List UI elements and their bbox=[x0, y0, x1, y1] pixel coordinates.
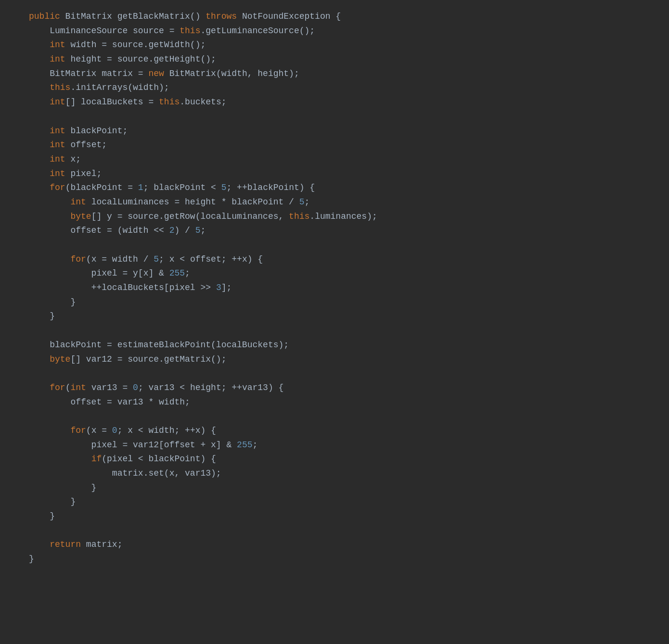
line-6: this.initArrays(width); bbox=[29, 81, 659, 95]
line-35: } bbox=[29, 495, 659, 509]
line-18: for(x = width / 5; x < offset; ++x) { bbox=[29, 253, 659, 267]
line-8 bbox=[29, 110, 659, 124]
line-25: byte[] var12 = source.getMatrix(); bbox=[29, 353, 659, 367]
line-20: ++localBuckets[pixel >> 3]; bbox=[29, 281, 659, 295]
line-1: public BitMatrix getBlackMatrix() throws… bbox=[29, 10, 659, 24]
line-23 bbox=[29, 324, 659, 338]
line-2: LuminanceSource source = this.getLuminan… bbox=[29, 24, 659, 38]
line-12: int pixel; bbox=[29, 167, 659, 181]
line-27: for(int var13 = 0; var13 < height; ++var… bbox=[29, 381, 659, 395]
line-39: } bbox=[29, 552, 659, 567]
line-36: } bbox=[29, 509, 659, 524]
code-container: public BitMatrix getBlackMatrix() throws… bbox=[0, 0, 669, 644]
line-26 bbox=[29, 366, 659, 381]
line-15: byte[] y = source.getRow(localLuminances… bbox=[29, 210, 659, 224]
line-14: int localLuminances = height * blackPoin… bbox=[29, 195, 659, 210]
line-9: int blackPoint; bbox=[29, 124, 659, 139]
line-31: pixel = var12[offset + x] & 255; bbox=[29, 438, 659, 453]
line-19: pixel = y[x] & 255; bbox=[29, 266, 659, 281]
line-17 bbox=[29, 238, 659, 253]
line-5: BitMatrix matrix = new BitMatrix(width, … bbox=[29, 67, 659, 81]
line-22: } bbox=[29, 309, 659, 324]
line-13: for(blackPoint = 1; blackPoint < 5; ++bl… bbox=[29, 181, 659, 195]
line-38: return matrix; bbox=[29, 538, 659, 552]
line-37 bbox=[29, 524, 659, 538]
line-10: int offset; bbox=[29, 138, 659, 152]
line-29 bbox=[29, 409, 659, 424]
line-24: blackPoint = estimateBlackPoint(localBuc… bbox=[29, 338, 659, 353]
line-34: } bbox=[29, 481, 659, 495]
line-3: int width = source.getWidth(); bbox=[29, 38, 659, 52]
line-32: if(pixel < blackPoint) { bbox=[29, 452, 659, 467]
line-16: offset = (width << 2) / 5; bbox=[29, 224, 659, 238]
line-11: int x; bbox=[29, 152, 659, 167]
line-33: matrix.set(x, var13); bbox=[29, 467, 659, 481]
line-4: int height = source.getHeight(); bbox=[29, 52, 659, 67]
line-7: int[] localBuckets = this.buckets; bbox=[29, 95, 659, 110]
line-28: offset = var13 * width; bbox=[29, 395, 659, 410]
line-21: } bbox=[29, 295, 659, 310]
line-30: for(x = 0; x < width; ++x) { bbox=[29, 424, 659, 438]
